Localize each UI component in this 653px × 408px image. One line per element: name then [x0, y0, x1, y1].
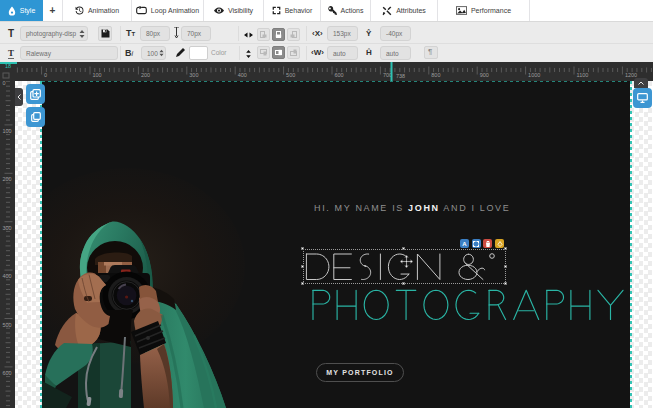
- svg-text:600: 600: [335, 72, 344, 78]
- svg-text:0: 0: [44, 72, 47, 78]
- svg-text:0: 0: [3, 81, 6, 86]
- svg-text:600: 600: [3, 370, 12, 376]
- svg-text:1000: 1000: [528, 72, 540, 78]
- svg-text:200: 200: [141, 72, 150, 78]
- svg-text:1100: 1100: [577, 72, 589, 78]
- svg-text:500: 500: [3, 322, 12, 328]
- svg-text:100: 100: [93, 72, 102, 78]
- svg-text:800: 800: [431, 72, 440, 78]
- svg-text:900: 900: [480, 72, 489, 78]
- svg-text:500: 500: [286, 72, 295, 78]
- svg-text:100: 100: [3, 128, 12, 134]
- svg-text:300: 300: [189, 72, 198, 78]
- svg-text:400: 400: [238, 72, 247, 78]
- svg-text:300: 300: [3, 225, 12, 231]
- svg-text:400: 400: [3, 273, 12, 279]
- svg-text:200: 200: [3, 176, 12, 182]
- svg-text:738: 738: [396, 73, 405, 79]
